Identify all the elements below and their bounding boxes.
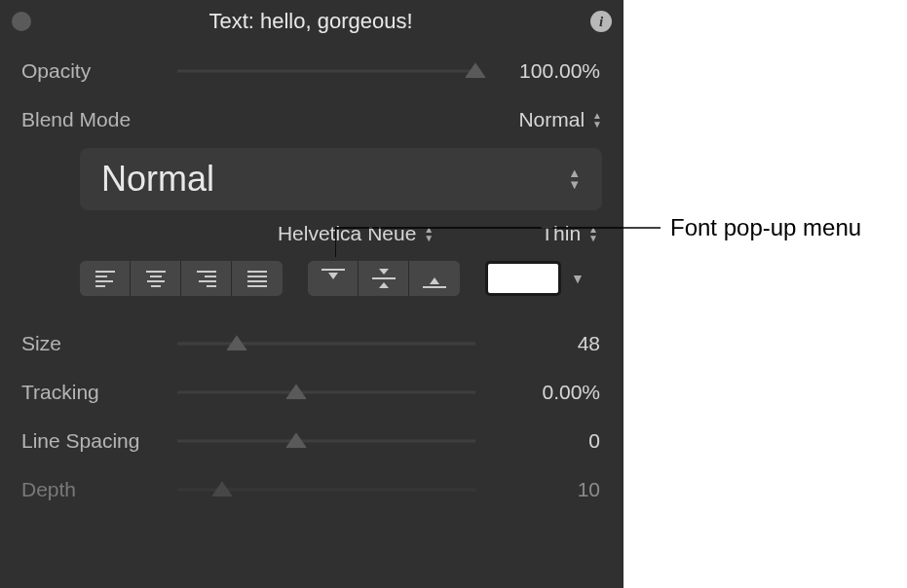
text-preset-select[interactable]: Normal ▲▼ [80, 148, 602, 210]
size-slider[interactable] [177, 329, 475, 358]
panel-title: Text: hello, gorgeous! [31, 9, 590, 34]
size-label: Size [21, 332, 177, 355]
opacity-value[interactable]: 100.00% [475, 59, 602, 83]
valign-middle-button[interactable] [359, 261, 409, 296]
chevron-updown-icon: ▲▼ [592, 111, 602, 129]
horizontal-align-group [80, 261, 283, 296]
opacity-slider[interactable] [177, 56, 475, 86]
depth-slider[interactable] [177, 475, 475, 504]
preset-value: Normal [101, 159, 214, 200]
line-spacing-slider[interactable] [177, 426, 475, 456]
line-spacing-label: Line Spacing [21, 429, 177, 453]
tracking-value[interactable]: 0.00% [475, 381, 602, 404]
valign-middle-icon [372, 269, 396, 288]
tracking-row: Tracking 0.00% [0, 368, 624, 417]
font-weight-select[interactable]: Thin ▲▼ [541, 222, 598, 245]
font-family-value: Helvetica Neue [278, 222, 416, 245]
align-center-icon [146, 271, 166, 287]
align-right-button[interactable] [181, 261, 232, 296]
color-picker-group: ▼ [485, 261, 585, 296]
align-left-icon [95, 271, 115, 287]
panel-header: Text: hello, gorgeous! i [0, 0, 624, 47]
preset-row: Normal ▲▼ [0, 144, 624, 214]
chevron-down-icon[interactable]: ▼ [571, 271, 585, 286]
depth-row: Depth 10 [0, 465, 624, 514]
blend-mode-label: Blend Mode [21, 108, 177, 131]
header-dot-icon [12, 12, 31, 31]
chevron-updown-icon: ▲▼ [424, 225, 434, 242]
align-justify-button[interactable] [232, 261, 283, 296]
align-right-icon [197, 271, 216, 287]
opacity-label: Opacity [21, 59, 177, 83]
font-weight-value: Thin [541, 222, 581, 245]
vertical-align-group [308, 261, 460, 296]
valign-top-button[interactable] [308, 261, 359, 296]
align-justify-icon [247, 271, 267, 287]
info-icon[interactable]: i [590, 11, 612, 32]
align-center-button[interactable] [131, 261, 181, 296]
text-inspector-panel: Text: hello, gorgeous! i Opacity 100.00%… [0, 0, 624, 588]
font-family-select[interactable]: Helvetica Neue ▲▼ [278, 222, 434, 245]
depth-value[interactable]: 10 [475, 478, 602, 501]
size-row: Size 48 [0, 319, 624, 368]
depth-label: Depth [21, 478, 177, 501]
tracking-label: Tracking [21, 381, 177, 404]
blend-mode-select[interactable]: Normal ▲▼ [177, 108, 602, 131]
blend-mode-row: Blend Mode Normal ▲▼ [0, 95, 624, 144]
text-color-swatch[interactable] [485, 261, 561, 296]
valign-top-icon [321, 269, 345, 288]
line-spacing-row: Line Spacing 0 [0, 417, 624, 465]
font-row: Helvetica Neue ▲▼ Thin ▲▼ [0, 214, 624, 255]
valign-bottom-icon [423, 269, 446, 288]
size-value[interactable]: 48 [475, 332, 602, 355]
annotation-text: Font pop-up menu [670, 214, 861, 241]
line-spacing-value[interactable]: 0 [475, 429, 602, 453]
opacity-row: Opacity 100.00% [0, 47, 624, 95]
chevron-updown-icon: ▲▼ [588, 225, 598, 242]
align-left-button[interactable] [80, 261, 131, 296]
tracking-slider[interactable] [177, 378, 475, 407]
blend-mode-value: Normal [518, 108, 585, 131]
format-toolbar: ▼ [0, 255, 624, 302]
valign-bottom-button[interactable] [409, 261, 460, 296]
chevron-updown-icon: ▲▼ [568, 167, 581, 191]
